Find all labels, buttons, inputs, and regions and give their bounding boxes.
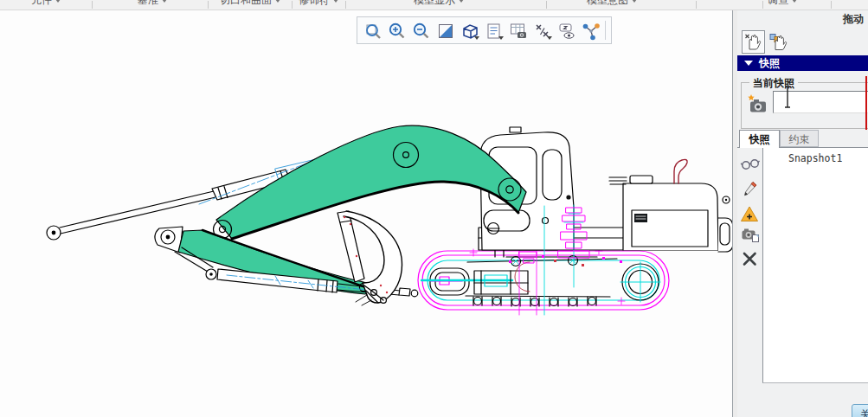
zoom-out-icon: [411, 21, 432, 42]
snapshot-actions-strip: [737, 148, 762, 383]
ribbon-divider: [345, 1, 346, 9]
datum-display-filters-button[interactable]: [530, 19, 553, 42]
ribbon-group-modifiers[interactable]: 修饰符: [299, 0, 338, 8]
ribbon-divider: [292, 1, 293, 9]
panel-title: 拖动: [843, 12, 864, 27]
chevron-down-icon: [333, 0, 338, 3]
view-manager-icon: [508, 21, 529, 42]
annotation-display-button[interactable]: [555, 19, 577, 42]
spin-center-icon: [581, 21, 601, 42]
ribbon-divider: [546, 1, 547, 9]
point-drag-hand-icon: [743, 32, 763, 52]
ribbon-group-investigate[interactable]: 调查: [768, 0, 797, 8]
chevron-down-icon: [498, 36, 504, 40]
snapshot-list: Snapshot1: [762, 148, 868, 383]
camera-new-icon: [746, 93, 769, 116]
zoom-out-button[interactable]: [409, 19, 432, 42]
point-drag-button[interactable]: [742, 30, 765, 54]
pencil-icon: [740, 179, 760, 199]
chevron-down-icon: [275, 0, 280, 3]
annotation-display-icon: [556, 21, 577, 42]
panel-tabs: 快照 约束: [737, 130, 868, 148]
rename-snapshot-button[interactable]: [740, 179, 760, 199]
ribbon-group-cut-surface[interactable]: 切口和曲面: [220, 0, 280, 8]
body-drag-button[interactable]: [767, 30, 790, 54]
zoom-region-button[interactable]: [361, 19, 383, 42]
snapshot-name-input[interactable]: [773, 91, 868, 113]
chevron-down-icon: [547, 36, 552, 40]
spin-center-button[interactable]: [579, 19, 601, 42]
ribbon-group-model-intent[interactable]: 模型意图: [587, 0, 637, 8]
edge-marker: [865, 76, 867, 130]
update-snapshot-button[interactable]: [740, 223, 760, 243]
chevron-down-icon: [162, 0, 167, 3]
warning-plus-icon: [740, 204, 760, 224]
ribbon-divider: [696, 1, 697, 9]
close-button[interactable]: 关闭: [852, 404, 868, 417]
view-manager-button[interactable]: [506, 19, 529, 42]
chevron-down-icon: [632, 0, 637, 3]
constraint-warning-button[interactable]: [740, 204, 760, 224]
snapshot-section-header[interactable]: 快照: [737, 55, 868, 71]
current-snapshot-groupbox: 当前快照: [741, 82, 868, 129]
preview-snapshot-button[interactable]: [740, 154, 760, 174]
chevron-down-icon: [459, 0, 464, 3]
repaint-icon: [435, 21, 456, 42]
ribbon-divider: [762, 1, 763, 9]
view-toolbar: [357, 16, 612, 44]
body-drag-hand-icon: [768, 32, 788, 52]
chevron-down-icon: [792, 0, 797, 3]
zoom-in-button[interactable]: [385, 19, 408, 42]
ribbon-divider: [831, 1, 832, 9]
boom-arm-assembly: [47, 125, 526, 305]
delete-snapshot-button[interactable]: [740, 249, 760, 269]
graphics-canvas[interactable]: [0, 10, 732, 417]
toolbar-separator: [605, 21, 606, 40]
glasses-icon: [740, 154, 760, 174]
take-snapshot-button[interactable]: [745, 93, 769, 117]
ribbon-divider: [208, 1, 209, 9]
section-header-label: 快照: [759, 56, 780, 71]
ribbon-strip: 元件 基准 切口和曲面 修饰符 模型显示 模型意图 调查: [0, 0, 868, 10]
groupbox-label: 当前快照: [749, 76, 798, 91]
repaint-button[interactable]: [434, 19, 456, 42]
snapshot-tab-content: Snapshot1: [737, 147, 868, 383]
zoom-in-icon: [387, 21, 408, 42]
saved-view-list-button[interactable]: [482, 19, 505, 42]
tab-snapshots[interactable]: 快照: [739, 130, 780, 148]
close-x-icon: [740, 249, 760, 269]
chevron-down-icon: [474, 36, 479, 40]
chevron-down-icon: [55, 0, 61, 3]
ribbon-divider: [92, 1, 93, 9]
snapshot-list-item[interactable]: Snapshot1: [788, 152, 868, 164]
display-style-button[interactable]: [458, 19, 480, 42]
camera-page-icon: [740, 223, 760, 243]
tab-constraints[interactable]: 约束: [780, 130, 819, 147]
ribbon-group-component[interactable]: 元件: [31, 0, 61, 8]
ribbon-group-model-display[interactable]: 模型显示: [414, 0, 464, 8]
drag-panel: 拖动 快照 当前快照: [737, 10, 868, 417]
zoom-region-icon: [363, 21, 383, 42]
excavator-drawing: [0, 10, 732, 417]
collapse-triangle-icon: [744, 61, 753, 66]
ribbon-group-datum[interactable]: 基准: [138, 0, 167, 8]
